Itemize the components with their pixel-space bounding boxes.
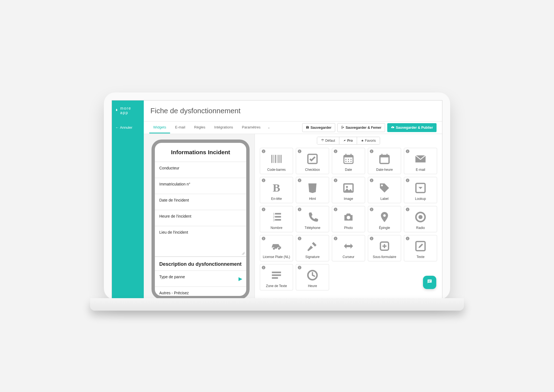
brand-text: more app (120, 106, 141, 115)
pin-icon (378, 208, 391, 226)
widgets-panel: Défaut Pro ★ Favoris (255, 134, 442, 299)
info-icon[interactable]: i (334, 149, 337, 153)
widget-label: E-mail (416, 168, 425, 172)
widget-label: Photo (344, 226, 353, 230)
widget-label: Checkbox (305, 168, 320, 172)
save-publish-button[interactable]: Sauvegarder & Publier (387, 123, 437, 132)
widget-phone[interactable]: iTéléphone (296, 206, 329, 232)
brand-logo: more app (112, 100, 144, 120)
form-field[interactable]: Date de l'incident (155, 194, 246, 210)
widget-tab-pro[interactable]: Pro (339, 137, 357, 144)
chat-fab[interactable] (423, 276, 436, 289)
info-icon[interactable]: i (406, 179, 409, 182)
widget-tab-default[interactable]: Défaut (317, 137, 339, 144)
widget-label: Zone de Texte (266, 284, 287, 288)
info-icon[interactable]: i (334, 237, 337, 240)
form-section-title: Informations Incident (155, 143, 246, 162)
widget-gavel[interactable]: iSignature (296, 235, 329, 261)
widget-slider-arrows[interactable]: iCurseur (332, 235, 365, 261)
barcode-icon (270, 150, 283, 168)
widget-label: Signature (305, 255, 319, 259)
tab-paramètres[interactable]: Paramètres (238, 122, 264, 133)
info-icon[interactable]: i (262, 179, 265, 182)
widget-label: Sous-formulaire (373, 255, 396, 259)
chat-icon (427, 278, 433, 286)
widget-text-lines[interactable]: iZone de Texte (260, 264, 293, 290)
save-button[interactable]: Sauvegarder (302, 123, 335, 132)
form-field[interactable]: Type de panne▶ (155, 270, 246, 287)
widget-car[interactable]: iLicense Plate (NL) (260, 235, 293, 261)
widget-label: Image (344, 197, 353, 201)
widget-camera[interactable]: iPhoto (332, 206, 365, 232)
form-field[interactable]: Heure de l'incident (155, 210, 246, 226)
info-icon[interactable]: i (298, 149, 301, 153)
number-list-icon (270, 208, 283, 226)
info-icon[interactable]: i (370, 179, 373, 182)
widget-plus-box[interactable]: iSous-formulaire (368, 235, 401, 261)
sidebar: more app ← Annuler (112, 100, 144, 299)
info-icon[interactable]: i (370, 237, 373, 240)
info-icon[interactable]: i (406, 208, 409, 211)
tab-règles[interactable]: Règles (190, 122, 209, 133)
widget-calendar-blank[interactable]: iDate-heure (368, 148, 401, 174)
info-icon[interactable]: i (298, 237, 301, 240)
plus-box-icon (378, 237, 391, 255)
widget-pin[interactable]: iÉpingle (368, 206, 401, 232)
info-icon[interactable]: i (406, 149, 409, 153)
tabs-prev-chevron-icon[interactable]: ‹ (265, 122, 272, 133)
form-field[interactable]: Conducteur (155, 162, 246, 178)
info-icon[interactable]: i (262, 237, 265, 240)
info-icon[interactable]: i (370, 149, 373, 153)
slider-arrows-icon (342, 237, 355, 255)
info-icon[interactable]: i (406, 237, 409, 240)
widget-number-list[interactable]: iNombre (260, 206, 293, 232)
widget-header-b[interactable]: iEn-tête (260, 177, 293, 203)
widget-label: Date-heure (376, 168, 393, 172)
info-icon[interactable]: i (298, 266, 301, 269)
info-icon[interactable]: i (334, 179, 337, 182)
phone-icon (306, 208, 319, 226)
arrow-left-icon: ← (115, 125, 119, 130)
phone-preview-pane: Informations Incident ConducteurImmatric… (144, 134, 255, 299)
widget-envelope[interactable]: iE-mail (404, 148, 437, 174)
info-icon[interactable]: i (298, 179, 301, 182)
form-field[interactable]: Immatriculation n° (155, 178, 246, 194)
info-icon[interactable]: i (370, 208, 373, 211)
phone-frame: Informations Incident ConducteurImmatric… (152, 140, 250, 299)
logo-icon (115, 108, 119, 113)
form-field[interactable]: Autres - Précisez (155, 287, 246, 299)
widget-tag[interactable]: iLabel (368, 177, 401, 203)
info-icon[interactable]: i (298, 208, 301, 211)
clock-icon (306, 266, 319, 284)
tag-icon (378, 179, 391, 197)
info-icon[interactable]: i (334, 208, 337, 211)
widget-barcode[interactable]: iCode-barres (260, 148, 293, 174)
widget-html5[interactable]: iHtml (296, 177, 329, 203)
car-icon (270, 237, 283, 255)
widget-image[interactable]: iImage (332, 177, 365, 203)
widget-tab-favorites[interactable]: ★ Favoris (357, 137, 380, 144)
widget-checkbox[interactable]: iCheckbox (296, 148, 329, 174)
info-icon[interactable]: i (262, 208, 265, 211)
workspace: Informations Incident ConducteurImmatric… (144, 134, 442, 299)
widget-category-tabs: Défaut Pro ★ Favoris (255, 134, 442, 146)
tab-intégrations[interactable]: Intégrations (210, 122, 237, 133)
checkbox-icon (306, 150, 319, 168)
text-lines-icon (270, 266, 283, 284)
logout-icon (341, 126, 344, 130)
widget-radio[interactable]: iRadio (404, 206, 437, 232)
tab-widgets[interactable]: Widgets (149, 122, 170, 133)
widget-clock[interactable]: iHeure (296, 264, 329, 290)
form-field[interactable]: Lieu de l'incident (155, 226, 246, 256)
widget-label: Heure (308, 284, 317, 288)
tab-e-mail[interactable]: E-mail (171, 122, 189, 133)
cancel-button[interactable]: ← Annuler (112, 120, 144, 135)
widget-calendar-grid[interactable]: iDate (332, 148, 365, 174)
info-icon[interactable]: i (262, 149, 265, 153)
widget-label: En-tête (271, 197, 282, 201)
widget-lookup[interactable]: iLookup (404, 177, 437, 203)
info-icon[interactable]: i (262, 266, 265, 269)
save-close-button[interactable]: Sauvegarder & Femer (337, 123, 385, 132)
widget-label: Label (380, 197, 388, 201)
widget-edit-box[interactable]: iTexte (404, 235, 437, 261)
